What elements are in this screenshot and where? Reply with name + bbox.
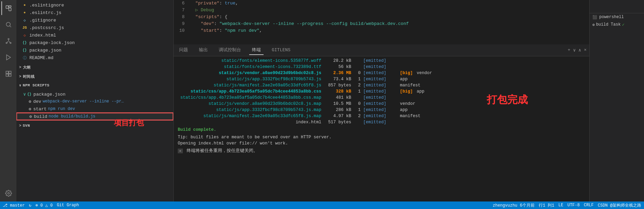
git-graph-btn[interactable]: Git Graph (57, 203, 79, 208)
encoding: UTF-8 (567, 203, 580, 208)
file-gitignore[interactable]: ◇ .gitignore (16, 16, 173, 24)
svg-rect-15 (9, 74, 11, 76)
file-package-json[interactable]: {} package.json (16, 46, 173, 54)
npm-package-row[interactable]: ∨ {} package.json (16, 91, 173, 98)
file-name: README.md (29, 55, 53, 60)
svg-rect-13 (9, 71, 11, 74)
svn-chevron (19, 124, 22, 128)
right-panel-build-task[interactable]: ⚙ build Task ✓ (590, 21, 644, 28)
svg-point-3 (6, 22, 10, 26)
outline-chevron (19, 66, 22, 69)
npm-chevron (19, 83, 22, 87)
tab-problems[interactable]: 问题 (176, 45, 191, 55)
file-postcssrc[interactable]: JS .postcssrc.js (16, 24, 173, 31)
svg-rect-2 (9, 8, 11, 11)
term-close-msg: ✳ 终端将被任务重用，按任意键关闭。 (178, 148, 585, 154)
svg-line-10 (9, 41, 10, 42)
script-run-icon-2: ⚙ (29, 107, 31, 112)
git-branch[interactable]: ⎇ master (3, 203, 25, 208)
file-eslintrc[interactable]: ● .eslintrc.js (16, 9, 173, 16)
right-panel: ⬛ powershell ⚙ build Task ✓ (589, 0, 644, 201)
terminal-up-btn[interactable]: ∧ (578, 47, 581, 53)
file-readme[interactable]: ⓘ README.md (16, 54, 173, 61)
tab-debug-console[interactable]: 调试控制台 (216, 45, 244, 55)
pkg-json-icon: {} (27, 93, 31, 96)
term-line-2: static/fonts/element-icons.732389d.ttf 5… (178, 64, 585, 70)
npm-scripts-label: NPM SCRIPTS (23, 83, 50, 87)
search-icon[interactable] (1, 18, 15, 31)
terminal-close-btn[interactable]: × (584, 47, 587, 53)
term-line-5: static/js/manifest.2ae2e69a05c33dfc65f8.… (178, 82, 585, 88)
powershell-icon: ⬛ (592, 15, 597, 19)
svn-section-header[interactable]: SVN (16, 122, 173, 130)
tab-output[interactable]: 输出 (196, 45, 211, 55)
script-name-build: build (34, 114, 47, 119)
script-start[interactable]: ⚙ start npm run dev (16, 105, 173, 113)
file-index-html[interactable]: ◇ index.html (16, 31, 173, 39)
sidebar: ● .eslintignore ● .eslintrc.js ◇ .gitign… (16, 0, 174, 201)
svg-point-6 (6, 42, 7, 43)
code-editor: 6 7 8 9 10 "private": true, ▷ Debug "scr… (174, 0, 589, 44)
eslint-icon: ● (22, 2, 27, 8)
svg-rect-12 (6, 71, 9, 74)
right-panel-powershell[interactable]: ⬛ powershell (590, 13, 644, 21)
errors-warnings[interactable]: ⊗ 0 △ 0 (36, 203, 53, 208)
debug-icon[interactable] (1, 51, 15, 64)
terminal-tabs: 问题 输出 调试控制台 终端 GITLENS + ∨ ∧ × (174, 44, 589, 56)
script-build[interactable]: ⚙ build node build/build.js (16, 113, 173, 120)
svg-line-9 (7, 41, 8, 42)
file-name: .gitignore (29, 18, 56, 23)
terminal-body[interactable]: static/fonts/element-icons.535877f.woff … (174, 56, 589, 201)
svn-label: SVN (23, 124, 30, 128)
file-name: package-lock.json (29, 40, 75, 45)
term-line-11: index.html 517 bytes [emitted] (178, 119, 585, 125)
script-cmd-build: node build/build.js (49, 114, 95, 119)
script-name-start: start (33, 107, 46, 112)
editor-area: 6 7 8 9 10 "private": true, ▷ Debug "scr… (174, 0, 589, 201)
tab-gitlens[interactable]: GITLENS (269, 46, 293, 55)
explorer-icon[interactable] (1, 1, 15, 15)
file-name: .eslintignore (29, 3, 64, 8)
terminal-area: 问题 输出 调试控制台 终端 GITLENS + ∨ ∧ × static/fo… (174, 44, 589, 201)
outline-section-header[interactable]: 大纲 (16, 63, 173, 72)
js-icon: JS (22, 25, 27, 30)
build-icon: ⚙ (592, 23, 595, 27)
timeline-label: 时间线 (23, 74, 35, 79)
npm-scripts-section-header[interactable]: NPM SCRIPTS (16, 81, 173, 89)
package-json-label: package.json (33, 92, 66, 97)
term-tip-2: Opening index.html over file:// won't wo… (178, 140, 585, 147)
terminal-down-btn[interactable]: ∨ (573, 47, 576, 53)
script-cmd-dev: webpack-dev-server --inline --progress -… (43, 99, 125, 104)
file-package-lock[interactable]: {} package-lock.json (16, 39, 173, 46)
outline-label: 大纲 (23, 65, 31, 70)
svg-point-16 (8, 193, 10, 194)
code-content: "private": true, ▷ Debug "scripts": { "d… (187, 0, 589, 44)
eol: CRLF (584, 203, 594, 208)
git-icon[interactable] (1, 34, 15, 48)
svg-point-5 (8, 39, 9, 40)
svg-point-7 (10, 42, 11, 43)
extensions-icon[interactable] (1, 67, 15, 81)
md-icon: ⓘ (22, 55, 27, 60)
script-run-icon: ⚙ (29, 99, 31, 104)
term-build-complete: Build complete. (178, 127, 585, 133)
tab-terminal[interactable]: 终端 (249, 45, 264, 55)
sync-icon[interactable]: ↻ (29, 203, 31, 208)
svg-rect-14 (6, 74, 9, 76)
branding: CSDN @架构师全栈之路 (598, 203, 641, 208)
term-line-9: static/js/app.3332fbcf98c8709b5743.js.ma… (178, 107, 585, 113)
terminal-add-btn[interactable]: + (568, 47, 571, 53)
svg-rect-0 (6, 6, 9, 9)
file-eslintignore[interactable]: ● .eslintignore (16, 1, 173, 9)
code-line-6: "private": true, (190, 0, 587, 7)
line-col: 行1 列1 (539, 203, 554, 208)
code-line-8: "scripts": { (190, 14, 587, 20)
term-line-7: static/css/app.4b723ea05af5a05dc7b4cee44… (178, 95, 585, 101)
settings-icon[interactable] (1, 186, 15, 200)
build-checkmark: ✓ (622, 22, 625, 27)
svg-line-4 (10, 26, 11, 27)
script-dev[interactable]: ⚙ dev webpack-dev-server --inline --prog… (16, 98, 173, 105)
timeline-section-header[interactable]: 时间线 (16, 72, 173, 81)
timeline-chevron (19, 75, 22, 79)
json-icon: {} (22, 40, 27, 45)
